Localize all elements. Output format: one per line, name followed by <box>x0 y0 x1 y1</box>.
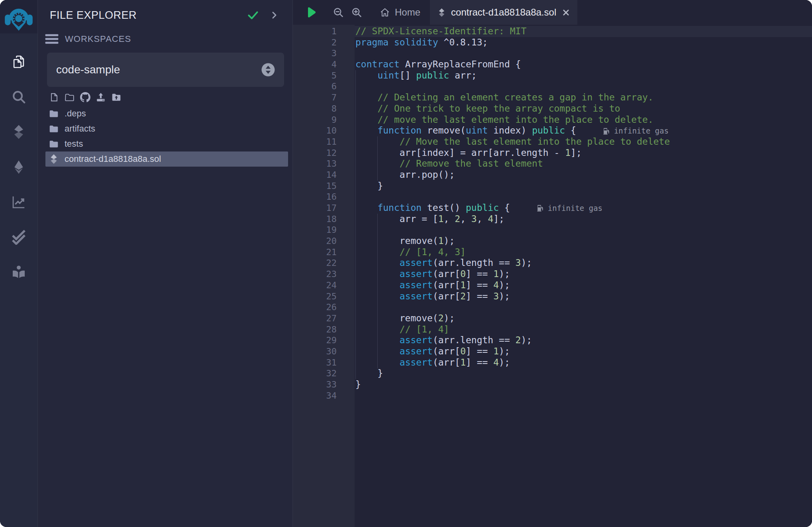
line-number[interactable]: 18 <box>293 214 355 225</box>
line-number[interactable]: 8 <box>293 103 355 114</box>
accept-button[interactable] <box>247 9 259 21</box>
line-number[interactable]: 14 <box>293 169 355 181</box>
code-line-content[interactable] <box>355 191 812 203</box>
line-number[interactable]: 19 <box>293 224 355 236</box>
code-line-18[interactable]: 18 arr = [1, 2, 3, 4]; <box>293 214 812 225</box>
code-line-13[interactable]: 13 // Remove the last element <box>293 158 812 169</box>
code-line-content[interactable]: assert(arr.length == 2); <box>355 335 812 346</box>
code-line-31[interactable]: 31 assert(arr[1] == 4); <box>293 357 812 368</box>
line-number[interactable]: 24 <box>293 280 355 291</box>
line-number[interactable]: 17 <box>293 203 355 214</box>
code-line-content[interactable] <box>355 81 812 92</box>
code-line-17[interactable]: 17 function test() public {infinite gas <box>293 203 812 214</box>
line-number[interactable]: 11 <box>293 136 355 147</box>
code-line-content[interactable]: assert(arr[0] == 1); <box>355 346 812 357</box>
line-number[interactable]: 31 <box>293 357 355 368</box>
run-script-button[interactable] <box>305 6 318 19</box>
code-line-21[interactable]: 21 // [1, 4, 3] <box>293 247 812 258</box>
code-line-32[interactable]: 32 } <box>293 368 812 379</box>
tree-item-artifacts[interactable]: artifacts <box>45 121 288 136</box>
code-line-content[interactable]: } <box>355 379 812 390</box>
line-number[interactable]: 1 <box>293 26 355 37</box>
line-number[interactable]: 4 <box>293 59 355 70</box>
line-number[interactable]: 28 <box>293 324 355 335</box>
line-number[interactable]: 10 <box>293 125 355 136</box>
line-number[interactable]: 9 <box>293 114 355 126</box>
code-line-content[interactable]: arr[index] = arr[arr.length - 1]; <box>355 147 812 159</box>
line-number[interactable]: 22 <box>293 258 355 269</box>
upload-folder-button[interactable] <box>111 92 122 102</box>
line-number[interactable]: 5 <box>293 70 355 81</box>
tab-home[interactable]: Home <box>370 0 430 25</box>
code-line-content[interactable]: assert(arr[0] == 1); <box>355 269 812 280</box>
code-line-9[interactable]: 9 // move the last element into the plac… <box>293 114 812 126</box>
code-line-27[interactable]: 27 remove(2); <box>293 313 812 324</box>
code-line-content[interactable]: function test() public {infinite gas <box>355 203 812 214</box>
workspace-select[interactable]: code-sample <box>47 53 284 87</box>
line-number[interactable]: 20 <box>293 236 355 247</box>
line-number[interactable]: 29 <box>293 335 355 346</box>
code-line-16[interactable]: 16 <box>293 191 812 203</box>
code-line-23[interactable]: 23 assert(arr[0] == 1); <box>293 269 812 280</box>
code-line-19[interactable]: 19 <box>293 224 812 236</box>
line-number[interactable]: 34 <box>293 390 355 401</box>
code-line-7[interactable]: 7 // Deleting an element creates a gap i… <box>293 92 812 103</box>
code-line-3[interactable]: 3 <box>293 48 812 59</box>
code-line-content[interactable]: // Deleting an element creates a gap in … <box>355 92 812 103</box>
line-number[interactable]: 12 <box>293 147 355 159</box>
tab-contract-file[interactable]: contract-d1a8818a8a.sol <box>430 0 577 25</box>
create-new-folder-button[interactable] <box>65 92 75 102</box>
code-line-1[interactable]: 1// SPDX-License-Identifier: MIT <box>293 26 812 37</box>
code-line-content[interactable]: assert(arr[1] == 4); <box>355 357 812 368</box>
code-line-content[interactable]: remove(2); <box>355 313 812 324</box>
line-number[interactable]: 7 <box>293 92 355 103</box>
code-line-30[interactable]: 30 assert(arr[0] == 1); <box>293 346 812 357</box>
code-line-content[interactable]: uint[] public arr; <box>355 70 812 81</box>
code-line-content[interactable]: arr.pop(); <box>355 169 812 181</box>
code-line-15[interactable]: 15 } <box>293 181 812 192</box>
code-line-4[interactable]: 4contract ArrayReplaceFromEnd { <box>293 59 812 70</box>
code-line-content[interactable]: contract ArrayReplaceFromEnd { <box>355 59 812 70</box>
code-line-26[interactable]: 26 <box>293 302 812 313</box>
code-line-29[interactable]: 29 assert(arr.length == 2); <box>293 335 812 346</box>
upload-file-button[interactable] <box>96 92 106 102</box>
line-number[interactable]: 16 <box>293 191 355 203</box>
code-line-8[interactable]: 8 // One trick to keep the array compact… <box>293 103 812 114</box>
line-number[interactable]: 30 <box>293 346 355 357</box>
code-line-content[interactable]: assert(arr[2] == 3); <box>355 291 812 302</box>
sidebar-item-unit-testing[interactable] <box>9 228 28 246</box>
code-line-content[interactable]: // Remove the last element <box>355 158 812 169</box>
line-number[interactable]: 33 <box>293 379 355 390</box>
line-number[interactable]: 15 <box>293 181 355 192</box>
line-number[interactable]: 13 <box>293 158 355 169</box>
line-number[interactable]: 27 <box>293 313 355 324</box>
code-line-34[interactable]: 34 <box>293 390 812 401</box>
code-line-content[interactable]: // One trick to keep the array compact i… <box>355 103 812 114</box>
code-line-content[interactable]: } <box>355 181 812 192</box>
code-line-content[interactable]: // move the last element into the place … <box>355 114 812 126</box>
sidebar-item-solidity-compiler[interactable] <box>9 123 28 141</box>
code-line-6[interactable]: 6 <box>293 81 812 92</box>
code-line-content[interactable]: function remove(uint index) public {infi… <box>355 125 812 136</box>
code-editor[interactable]: 1// SPDX-License-Identifier: MIT2pragma … <box>293 25 812 527</box>
line-number[interactable]: 6 <box>293 81 355 92</box>
code-line-content[interactable]: assert(arr.length == 3); <box>355 258 812 269</box>
code-line-10[interactable]: 10 function remove(uint index) public {i… <box>293 125 812 136</box>
code-line-22[interactable]: 22 assert(arr.length == 3); <box>293 258 812 269</box>
line-number[interactable]: 23 <box>293 269 355 280</box>
sidebar-item-file-explorer[interactable] <box>9 53 28 71</box>
code-line-14[interactable]: 14 arr.pop(); <box>293 169 812 181</box>
expand-button[interactable] <box>269 10 279 20</box>
line-number[interactable]: 3 <box>293 48 355 59</box>
remix-logo[interactable] <box>0 0 37 33</box>
sidebar-item-learneth[interactable] <box>9 263 28 281</box>
sidebar-item-deploy-and-run[interactable] <box>9 158 28 176</box>
tree-item-contract-d1a8818a8a-sol[interactable]: contract-d1a8818a8a.sol <box>45 151 288 167</box>
zoom-in-button[interactable] <box>351 7 362 18</box>
code-line-33[interactable]: 33} <box>293 379 812 390</box>
code-line-content[interactable]: arr = [1, 2, 3, 4]; <box>355 214 812 225</box>
create-new-file-button[interactable] <box>49 92 59 102</box>
sidebar-item-search[interactable] <box>9 88 28 106</box>
code-line-content[interactable] <box>355 48 812 59</box>
code-line-content[interactable] <box>355 390 812 401</box>
